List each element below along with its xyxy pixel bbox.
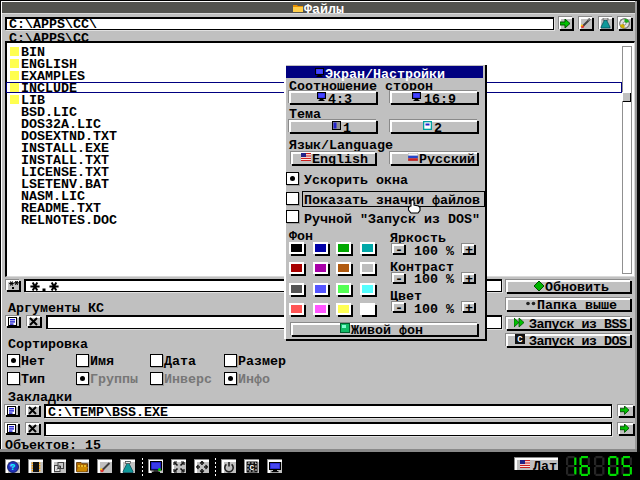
svg-text:C: C: [517, 335, 523, 345]
svg-text:C: C: [250, 463, 255, 472]
svg-text:?: ?: [10, 463, 15, 473]
